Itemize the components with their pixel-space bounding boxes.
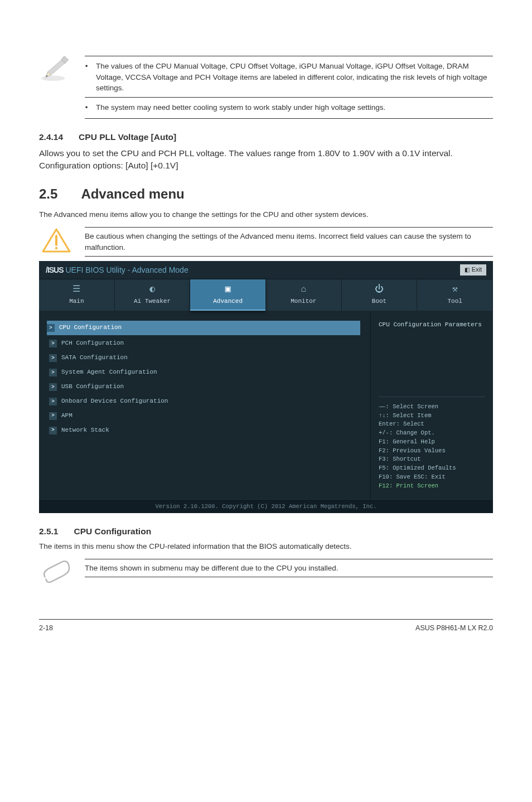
body-text: Allows you to set the CPU and PCH PLL vo… (39, 147, 493, 172)
paperclip-icon (39, 559, 74, 586)
chevron-right-icon: > (49, 383, 57, 391)
caution-text: Be cautious when changing the settings o… (85, 232, 471, 252)
tab-tool[interactable]: ⚒ Tool (417, 279, 493, 311)
svg-point-7 (55, 247, 57, 249)
help-keys: →←: Select Screen ↑↓: Select Item Enter:… (379, 397, 485, 491)
menu-item-pch-config[interactable]: >PCH Configuration (49, 336, 360, 351)
subsection-heading: 2.5.1 CPU Configuration (39, 525, 493, 538)
chevron-right-icon: > (49, 427, 57, 434)
tab-ai-tweaker[interactable]: ◐ Ai Tweaker (115, 279, 191, 311)
monitor-icon: ⌂ (301, 285, 307, 294)
page-number: 2-18 (39, 623, 53, 633)
power-icon: ⏻ (375, 285, 384, 294)
tab-monitor[interactable]: ⌂ Monitor (266, 279, 342, 311)
menu-item-usb-config[interactable]: >USB Configuration (49, 380, 360, 394)
section-heading: 2.5 Advanced menu (39, 185, 493, 204)
menu-item-system-agent[interactable]: >System Agent Configuration (49, 365, 360, 380)
bios-screenshot: /ISUS UEFI BIOS Utility - Advanced Mode … (39, 261, 493, 513)
bios-main: >CPU Configuration >PCH Configuration >S… (39, 311, 493, 500)
bios-title: /ISUS UEFI BIOS Utility - Advanced Mode (46, 264, 188, 276)
tab-advanced[interactable]: ▣ Advanced (190, 279, 266, 311)
menu-item-apm[interactable]: >APM (49, 409, 360, 423)
note-voltage: •The values of the CPU Manual Voltage, C… (39, 56, 493, 119)
bios-footer: Version 2.10.1208. Copyright (C) 2012 Am… (39, 500, 493, 513)
note-info: The items shown in submenu may be differ… (39, 559, 493, 586)
help-title: CPU Configuration Parameters (379, 321, 485, 330)
subsection-heading: 2.4.14 CPU PLL Voltage [Auto] (39, 131, 493, 143)
caution-icon (39, 227, 74, 254)
menu-item-onboard-devices[interactable]: >Onboard Devices Configuration (49, 394, 360, 409)
page-footer: 2-18 ASUS P8H61-M LX R2.0 (39, 619, 493, 633)
chevron-right-icon: > (47, 324, 55, 332)
tool-icon: ⚒ (452, 285, 458, 294)
subsection-number: 2.5.1 (39, 525, 58, 538)
exit-button[interactable]: Exit (460, 264, 486, 276)
section-title: Advanced menu (81, 185, 184, 204)
info-text: The items shown in submenu may be differ… (85, 564, 338, 572)
note-body: The items shown in submenu may be differ… (85, 559, 493, 578)
note-caution: Be cautious when changing the settings o… (39, 227, 493, 257)
chip-icon: ▣ (225, 285, 231, 294)
subsection-title: CPU PLL Voltage [Auto] (79, 131, 176, 143)
tweaker-icon: ◐ (149, 285, 155, 294)
menu-item-cpu-config[interactable]: >CPU Configuration (47, 321, 360, 335)
note-item: The system may need better cooling syste… (96, 102, 385, 113)
list-icon: ☰ (72, 285, 80, 294)
bios-brand: /ISUS (46, 265, 64, 274)
bullet-icon: • (85, 102, 88, 113)
bios-menu-list: >CPU Configuration >PCH Configuration >S… (39, 311, 370, 500)
note-item: The values of the CPU Manual Voltage, CP… (96, 61, 493, 94)
body-text: The Advanced menu items allow you to cha… (39, 209, 493, 220)
chevron-right-icon: > (49, 369, 57, 376)
bullet-icon: • (85, 61, 88, 72)
tab-main[interactable]: ☰ Main (39, 279, 115, 311)
note-body: Be cautious when changing the settings o… (85, 227, 493, 257)
chevron-right-icon: > (49, 412, 57, 420)
bios-help-panel: CPU Configuration Parameters →←: Select … (370, 311, 493, 500)
chevron-right-icon: > (49, 340, 57, 347)
note-divider (85, 97, 493, 98)
bios-tabs: ☰ Main ◐ Ai Tweaker ▣ Advanced ⌂ Monitor… (39, 279, 493, 311)
note-body: •The values of the CPU Manual Voltage, C… (85, 56, 493, 119)
subsection-title: CPU Configuration (74, 525, 151, 538)
chevron-right-icon: > (49, 354, 57, 362)
menu-item-network-stack[interactable]: >Network Stack (49, 423, 360, 438)
menu-item-sata-config[interactable]: >SATA Configuration (49, 351, 360, 365)
svg-point-0 (41, 76, 65, 81)
product-name: ASUS P8H61-M LX R2.0 (415, 623, 493, 633)
body-text: The items in this menu show the CPU-rela… (39, 541, 493, 552)
pencil-note-icon (39, 56, 74, 83)
chevron-right-icon: > (49, 398, 57, 405)
bios-titlebar: /ISUS UEFI BIOS Utility - Advanced Mode … (39, 261, 493, 279)
section-number: 2.5 (39, 185, 57, 204)
tab-boot[interactable]: ⏻ Boot (342, 279, 418, 311)
subsection-number: 2.4.14 (39, 131, 63, 143)
